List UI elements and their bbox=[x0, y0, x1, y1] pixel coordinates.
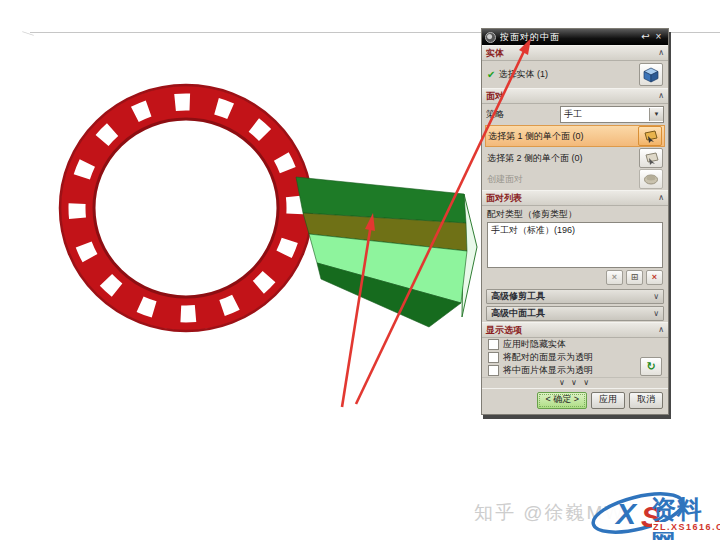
group-header-face-pair[interactable]: 面对 ∧ bbox=[482, 88, 668, 104]
display-options-group: 应用时隐藏实体 将配对的面显示为透明 将中面片体显示为透明 ↻ bbox=[482, 338, 668, 377]
select-body-row[interactable]: ✔ 选择实体 (1) bbox=[485, 62, 665, 87]
dialog-close-icon[interactable]: × bbox=[652, 31, 665, 43]
list-copy-button[interactable]: ⊞ bbox=[626, 270, 643, 285]
ok-button[interactable]: < 确定 > bbox=[537, 392, 587, 409]
select-side2-row[interactable]: 选择第 2 侧的单个面 (0) bbox=[485, 148, 665, 168]
refresh-display-button[interactable]: ↻ bbox=[640, 357, 662, 376]
face-select-icon bbox=[642, 130, 658, 143]
list-deselect-button[interactable]: × bbox=[606, 270, 623, 285]
application-window: 按面对的中面 ↩ × 实体 ∧ ✔ 选择实体 (1) 面对 ∧ bbox=[0, 0, 720, 540]
paired-faces-translucent-checkbox[interactable] bbox=[488, 352, 499, 363]
list-item[interactable]: 手工对（标准）(196) bbox=[488, 223, 662, 238]
midsurface-dialog: 按面对的中面 ↩ × 实体 ∧ ✔ 选择实体 (1) 面对 ∧ bbox=[481, 28, 669, 415]
group-header-display-options[interactable]: 显示选项 ∧ bbox=[482, 322, 668, 338]
midsheet-translucent-checkbox[interactable] bbox=[488, 365, 499, 376]
face-select-icon bbox=[643, 152, 659, 165]
apply-button[interactable]: 应用 bbox=[591, 392, 625, 409]
check-icon: ✔ bbox=[487, 69, 495, 80]
ring-model[interactable] bbox=[60, 85, 312, 331]
logo-letter-x: X bbox=[614, 497, 638, 530]
collapse-icon: ∧ bbox=[658, 191, 664, 205]
expand-icon: ∨ bbox=[653, 292, 659, 301]
select-side1-button[interactable] bbox=[638, 126, 662, 146]
dialog-title-bar[interactable]: 按面对的中面 ↩ × bbox=[482, 29, 668, 45]
checkbox-row: 应用时隐藏实体 bbox=[482, 338, 668, 351]
advanced-midsurface-tools-bar[interactable]: 高级中面工具 ∨ bbox=[486, 306, 664, 321]
advanced-trim-tools-bar[interactable]: 高级修剪工具 ∨ bbox=[486, 289, 664, 304]
select-side1-row[interactable]: 选择第 1 侧的单个面 (0) bbox=[485, 125, 665, 147]
select-body-button[interactable] bbox=[639, 63, 663, 86]
face-pair-list[interactable]: 手工对（标准）(196) bbox=[487, 222, 663, 268]
collapse-icon: ∧ bbox=[658, 89, 664, 103]
hide-solid-checkbox[interactable] bbox=[488, 339, 499, 350]
cancel-button[interactable]: 取消 bbox=[629, 392, 663, 409]
wedge-model[interactable] bbox=[296, 177, 477, 327]
dialog-title: 按面对的中面 bbox=[500, 31, 639, 44]
more-options-strip[interactable]: ∨ ∨ ∨ bbox=[482, 377, 668, 388]
watermark-url: ZL.XS1616.COM bbox=[652, 522, 720, 532]
group-header-solid[interactable]: 实体 ∧ bbox=[482, 45, 668, 61]
list-buttons: × ⊞ × bbox=[482, 268, 668, 287]
watermark-site-name: 资料网 bbox=[651, 493, 720, 540]
dialog-reset-icon[interactable]: ↩ bbox=[639, 31, 652, 43]
strategy-row: 策略 手工 ▼ bbox=[482, 104, 668, 124]
cube-icon bbox=[642, 67, 660, 83]
chevron-down-icon: ▼ bbox=[649, 108, 663, 121]
expand-icon: ∨ bbox=[653, 309, 659, 318]
dialog-button-row: < 确定 > 应用 取消 bbox=[482, 388, 668, 414]
pair-type-label: 配对类型（修剪类型） bbox=[482, 206, 668, 222]
strategy-dropdown[interactable]: 手工 ▼ bbox=[560, 106, 664, 123]
collapse-icon: ∧ bbox=[658, 46, 664, 60]
group-header-pair-list[interactable]: 面对列表 ∧ bbox=[482, 190, 668, 206]
list-delete-button[interactable]: × bbox=[646, 270, 663, 285]
face-pair-icon bbox=[643, 173, 659, 186]
select-side2-button[interactable] bbox=[639, 148, 663, 168]
collapse-icon: ∧ bbox=[658, 323, 664, 337]
create-pair-row[interactable]: 创建面对 bbox=[485, 169, 665, 189]
dialog-options-icon[interactable] bbox=[485, 32, 496, 43]
create-pair-button[interactable] bbox=[639, 169, 663, 189]
